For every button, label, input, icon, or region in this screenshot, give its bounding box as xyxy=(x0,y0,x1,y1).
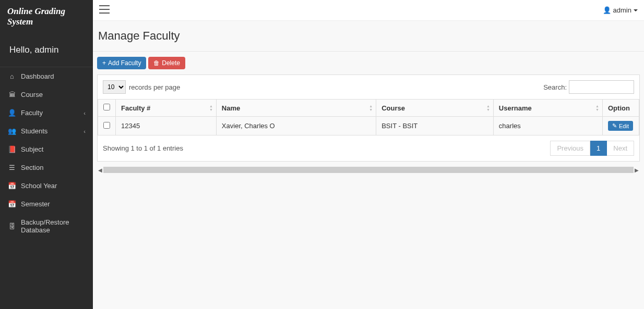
scroll-track[interactable] xyxy=(103,167,634,173)
table-row: 12345 Xavier, Charles O BSIT - BSIT char… xyxy=(98,117,639,135)
select-all-checkbox[interactable] xyxy=(103,104,110,110)
column-header-name[interactable]: Name ▲▼ xyxy=(216,100,376,117)
table-info: Showing 1 to 1 of 1 entries xyxy=(103,144,183,152)
data-panel: 10 records per page Search: Faculty # ▲▼ xyxy=(97,75,640,162)
table-toolbar: 10 records per page Search: xyxy=(98,75,639,99)
sidebar-item-label: Dashboard xyxy=(21,72,86,80)
delete-button[interactable]: 🗑 Delete xyxy=(148,57,185,69)
sidebar-item-subject[interactable]: 📕 Subject xyxy=(0,140,93,158)
horizontal-scrollbar[interactable]: ◀ ▶ xyxy=(97,166,640,174)
brand-title: Online Grading System xyxy=(0,0,93,33)
cell-username: charles xyxy=(493,117,602,135)
menu-toggle-button[interactable] xyxy=(99,5,110,15)
plus-icon: + xyxy=(102,59,106,67)
sort-icon: ▲▼ xyxy=(595,104,599,112)
table-footer: Showing 1 to 1 of 1 entries Previous 1 N… xyxy=(98,135,639,161)
sort-icon: ▲▼ xyxy=(369,104,373,112)
book-icon: 📕 xyxy=(7,145,17,153)
sidebar-item-section[interactable]: ☰ Section xyxy=(0,158,93,176)
sidebar-item-label: Faculty xyxy=(21,109,84,117)
column-header-facultyno[interactable]: Faculty # ▲▼ xyxy=(116,100,217,117)
scroll-right-icon[interactable]: ▶ xyxy=(634,167,640,173)
cell-facultyno: 12345 xyxy=(116,117,217,135)
search-label: Search: xyxy=(543,83,567,91)
page-length-select[interactable]: 10 xyxy=(103,80,126,94)
sidebar: Online Grading System Hello, admin ⌂ Das… xyxy=(0,0,93,176)
add-faculty-button[interactable]: + Add Faculty xyxy=(97,57,146,69)
pagination-page-1[interactable]: 1 xyxy=(590,141,607,156)
sort-icon: ▲▼ xyxy=(486,104,490,112)
action-bar: + Add Faculty 🗑 Delete xyxy=(93,52,644,75)
sidebar-item-faculty[interactable]: 👤 Faculty ‹ xyxy=(0,104,93,122)
pagination-next[interactable]: Next xyxy=(607,141,634,156)
students-icon: 👥 xyxy=(7,127,17,135)
topbar: 👤 admin xyxy=(93,0,644,21)
chevron-left-icon: ‹ xyxy=(84,110,86,116)
column-header-checkbox xyxy=(98,100,116,117)
scroll-left-icon[interactable]: ◀ xyxy=(97,167,103,173)
edit-label: Edit xyxy=(619,123,629,129)
content-area: Manage Faculty + Add Faculty 🗑 Delete 10… xyxy=(93,0,644,174)
pagination-previous[interactable]: Previous xyxy=(550,141,590,156)
sidebar-item-label: Students xyxy=(21,127,84,135)
chevron-left-icon: ‹ xyxy=(84,128,86,134)
user-icon: 👤 xyxy=(7,109,17,117)
sidebar-item-dashboard[interactable]: ⌂ Dashboard xyxy=(0,67,93,85)
delete-label: Delete xyxy=(162,59,180,67)
dashboard-icon: ⌂ xyxy=(7,72,17,80)
page-length-suffix: records per page xyxy=(129,83,180,91)
menu-icon xyxy=(99,5,110,14)
sidebar-item-label: Subject xyxy=(21,145,86,153)
search-input[interactable] xyxy=(569,80,634,94)
sidebar-item-label: Course xyxy=(21,91,86,98)
sidebar-item-students[interactable]: 👥 Students ‹ xyxy=(0,122,93,140)
edit-button[interactable]: ✎ Edit xyxy=(608,121,633,131)
person-icon: 👤 xyxy=(603,6,611,14)
cell-course: BSIT - BSIT xyxy=(376,117,494,135)
institution-icon: 🏛 xyxy=(7,91,17,98)
faculty-table: Faculty # ▲▼ Name ▲▼ Course ▲▼ Username … xyxy=(98,99,639,135)
greeting-text: Hello, admin xyxy=(0,33,93,67)
sort-icon: ▲▼ xyxy=(209,104,213,112)
cell-name: Xavier, Charles O xyxy=(216,117,376,135)
column-header-option: Option xyxy=(603,100,639,117)
column-header-username[interactable]: Username ▲▼ xyxy=(493,100,602,117)
column-header-course[interactable]: Course ▲▼ xyxy=(376,100,494,117)
pencil-icon: ✎ xyxy=(612,122,617,129)
trash-icon: 🗑 xyxy=(153,59,160,67)
row-checkbox[interactable] xyxy=(103,122,110,129)
list-icon: ☰ xyxy=(7,164,17,171)
user-menu-label: admin xyxy=(613,6,631,14)
user-menu[interactable]: 👤 admin xyxy=(603,6,638,14)
add-faculty-label: Add Faculty xyxy=(108,59,141,67)
pagination: Previous 1 Next xyxy=(550,141,634,156)
sidebar-item-course[interactable]: 🏛 Course xyxy=(0,85,93,104)
page-title: Manage Faculty xyxy=(93,21,644,52)
sidebar-item-label: Section xyxy=(21,164,86,171)
caret-down-icon xyxy=(634,9,638,11)
